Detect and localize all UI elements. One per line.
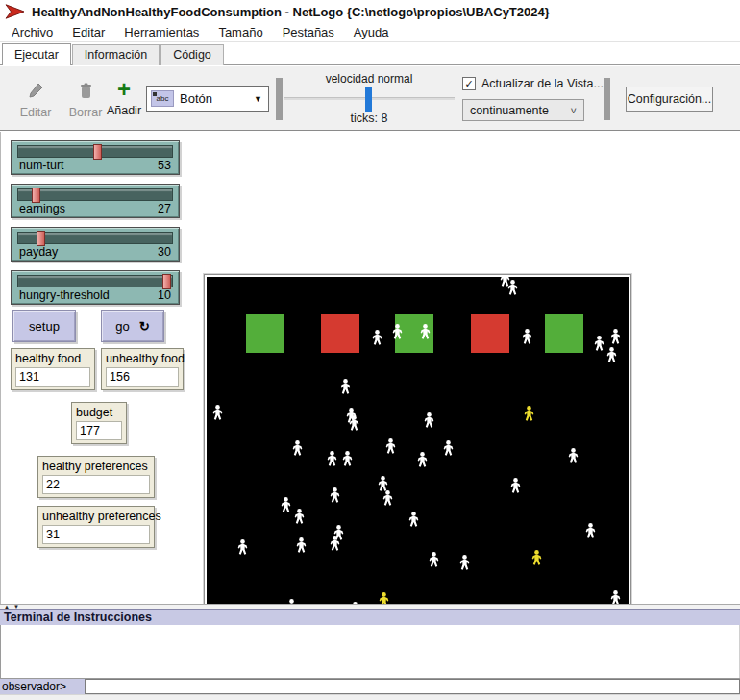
speed-slider[interactable] <box>284 97 455 100</box>
slider-track <box>17 145 173 158</box>
tab-informacion[interactable]: Información <box>72 44 160 65</box>
slider-name: earnings <box>19 202 65 215</box>
turtle-person-white <box>594 336 604 351</box>
turtle-person-yellow <box>524 406 534 421</box>
menu-archivo[interactable]: Archivo <box>2 24 62 40</box>
slider-track <box>17 232 173 244</box>
turtle-person-white <box>281 497 291 512</box>
pencil-icon <box>13 82 58 103</box>
ticks-counter: ticks: 8 <box>284 112 455 125</box>
turtle-person-white <box>385 438 396 454</box>
turtle-person-white <box>294 509 305 524</box>
go-button[interactable]: go ↻ <box>101 310 164 342</box>
terminal-output[interactable] <box>0 625 740 678</box>
tab-bar: Ejecutar Información Código <box>0 43 740 65</box>
slider-hungry-threshold[interactable]: hungry-threshold10 <box>11 270 180 305</box>
terminal-header: Terminal de Instrucciones <box>0 609 740 625</box>
turtle-person-white <box>507 280 518 295</box>
monitor-label: healthy preferences <box>42 460 150 473</box>
turtle-person-white <box>392 324 403 339</box>
slider-payday[interactable]: payday30 <box>11 227 180 262</box>
tab-codigo[interactable]: Código <box>160 44 224 65</box>
turtle-person-white <box>568 448 579 463</box>
menu-pestanas[interactable]: Pestañas <box>273 24 344 40</box>
tab-ejecutar[interactable]: Ejecutar <box>2 43 71 65</box>
turtle-person-white <box>424 412 434 428</box>
turtle-person-white <box>408 512 419 527</box>
monitor-value: 156 <box>106 367 179 387</box>
forever-loop-icon: ↻ <box>139 319 150 334</box>
turtle-person-white <box>443 440 454 456</box>
update-mode-value: continuamente <box>470 104 571 117</box>
slider-name: payday <box>19 245 58 259</box>
menu-tamano[interactable]: Tamaño <box>209 24 272 40</box>
slider-num-turt[interactable]: num-turt53 <box>11 140 180 175</box>
window-title: HealthyAndNonHealthyFoodConsumption - Ne… <box>32 5 550 19</box>
title-bar: HealthyAndNonHealthyFoodConsumption - Ne… <box>0 0 740 23</box>
turtle-person-white <box>420 324 431 339</box>
monitor-value: 22 <box>42 475 150 494</box>
patch-red <box>471 314 509 353</box>
speed-label: velocidad normal <box>284 72 455 86</box>
monitor-value: 131 <box>15 367 90 387</box>
slider-name: num-turt <box>19 159 64 172</box>
turtle-person-white <box>342 451 353 466</box>
turtle-person-white <box>585 523 596 538</box>
settings-button[interactable]: Configuración... <box>626 87 713 112</box>
slider-handle[interactable] <box>37 231 45 246</box>
turtle-person-white <box>327 451 337 466</box>
toolbar-separator <box>276 78 283 120</box>
chevron-down-icon: ˅ <box>571 105 577 116</box>
add-widget-button[interactable]: + Añadir <box>102 80 146 117</box>
menu-bar: Archivo Editar Herramientas Tamaño Pesta… <box>0 23 740 42</box>
slider-track <box>17 188 173 201</box>
patch-green <box>545 314 583 353</box>
menu-editar[interactable]: Editar <box>62 24 114 40</box>
turtle-person-white <box>372 330 382 345</box>
button-widget-icon: abc <box>151 90 174 107</box>
widget-type-value: Botón <box>180 91 254 106</box>
turtle-person-white <box>292 440 303 456</box>
monitor-label: budget <box>76 406 122 419</box>
menu-ayuda[interactable]: Ayuda <box>344 24 399 40</box>
turtle-person-yellow <box>531 550 542 565</box>
slider-handle[interactable] <box>32 188 40 203</box>
speed-slider-handle[interactable] <box>365 87 372 112</box>
monitor-healthy-food: healthy food 131 <box>11 348 95 390</box>
turtle-person-white <box>340 379 351 394</box>
monitor-label: unhealthy food <box>106 352 179 365</box>
turtle-person-white <box>237 539 248 555</box>
bottom-strip <box>0 694 740 700</box>
widget-type-select[interactable]: abc Botón ▼ <box>146 86 269 112</box>
patch-green <box>246 314 284 353</box>
turtle-person-white <box>378 476 388 491</box>
monitor-label: unhealthy preferences <box>42 510 150 523</box>
view-updates-checkbox-row: ✓ Actualizar de la Vista... <box>462 77 604 90</box>
slider-value: 10 <box>158 288 171 302</box>
interface-area: num-turt53 earnings27 payday30 hungry-th… <box>0 132 740 604</box>
menu-herramientas[interactable]: Herramientas <box>114 24 209 40</box>
command-input[interactable] <box>85 679 740 694</box>
monitor-healthy-preferences: healthy preferences 22 <box>37 456 155 498</box>
view-updates-checkbox[interactable]: ✓ <box>462 77 476 90</box>
slider-value: 53 <box>158 159 171 172</box>
turtle-person-white <box>510 478 521 493</box>
setup-button[interactable]: setup <box>12 310 76 342</box>
slider-handle[interactable] <box>162 274 171 289</box>
netlogo-window: HealthyAndNonHealthyFoodConsumption - Ne… <box>0 0 740 700</box>
netlogo-logo-icon <box>5 3 26 20</box>
turtle-person-white <box>417 452 428 467</box>
edit-widget-button[interactable]: Editar <box>13 82 58 119</box>
turtle-person-white <box>330 488 340 503</box>
patch-red <box>321 314 359 353</box>
turtle-person-white <box>349 415 359 431</box>
monitor-unhealthy-food: unhealthy food 156 <box>101 348 184 390</box>
slider-name: hungry-threshold <box>19 288 110 302</box>
slider-handle[interactable] <box>93 144 102 160</box>
monitor-value: 177 <box>76 421 122 440</box>
update-mode-select[interactable]: continuamente ˅ <box>462 99 584 121</box>
turtle-person-white <box>610 329 621 344</box>
turtle-person-white <box>296 538 307 553</box>
turtle-person-white <box>459 555 470 570</box>
slider-earnings[interactable]: earnings27 <box>11 184 180 218</box>
